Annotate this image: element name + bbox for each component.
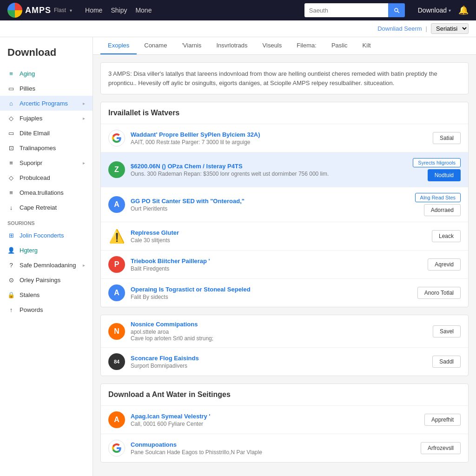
item6-name: Nosnice Commipations <box>131 321 427 328</box>
sidebar-item-probulcead[interactable]: ◇ Probulcead <box>0 170 93 185</box>
fujaples-arrow-icon: ▸ <box>83 116 85 121</box>
orley-icon: ⊙ <box>7 276 15 284</box>
sidebar-title: Download <box>0 43 93 66</box>
logo-dropdown-icon[interactable]: ▾ <box>70 8 72 13</box>
sidebar-item-omeatrullations[interactable]: ≡ Omea.trullations <box>0 185 93 200</box>
item5-btn[interactable]: Anoro Totlal <box>417 287 461 299</box>
item6-desc2: Cave lop arloten Srl0 anid strung; <box>131 335 427 342</box>
item6-btn[interactable]: Savel <box>433 325 461 337</box>
item8-actions: Apprefhit <box>424 414 461 426</box>
subheader: Downliad Seerm | Seriatisi <box>0 20 476 37</box>
sidebar-item-stalens[interactable]: 🔒 Stalens <box>0 287 93 302</box>
tab-viarnis[interactable]: 'Viarnis <box>174 37 209 54</box>
nav-link-home[interactable]: Home <box>85 7 102 14</box>
section3-title: Download a Ant Water in Seitinges <box>101 384 468 406</box>
sidebar-item-arcertic[interactable]: ⌂ Arcertic Programs ▸ <box>0 96 93 111</box>
logo-icon <box>7 3 22 18</box>
item9-icon <box>108 440 125 456</box>
logo-sub: Flast <box>54 7 66 13</box>
sidebar-label-hgterg: Hgterg <box>20 247 85 254</box>
tab-viseuls[interactable]: Viseuls <box>255 37 290 54</box>
suporipr-icon: ≡ <box>7 159 15 166</box>
sidebar-item-fujaples[interactable]: ◇ Fujaples ▸ <box>0 111 93 126</box>
subheader-select[interactable]: Seriatisi <box>431 23 469 34</box>
item9-name: Conmupoations <box>131 441 415 448</box>
list-item-8: A Apag.lcan Symeal Velestry ' Call, 0001… <box>101 406 468 434</box>
sidebar-item-tralinapomes[interactable]: ⊡ Tralinapomes <box>0 140 93 155</box>
search-button[interactable] <box>388 3 405 17</box>
sidebar-item-safe[interactable]: ? Safe Demnloadaning ▸ <box>0 258 93 272</box>
item0-icon <box>108 130 125 146</box>
subheader-link[interactable]: Downliad Seerm <box>377 25 422 32</box>
item9-btn[interactable]: Arfrozevsll <box>421 442 461 454</box>
download-button[interactable]: Download ▾ <box>414 5 455 16</box>
item0-name: Waddant' Propre Belller SyPlen Bylciem 3… <box>131 131 427 138</box>
list-item-5: A Operaing Is Tograstict or Stoneal Sepe… <box>101 279 468 307</box>
download-arrow-icon: ▾ <box>449 8 451 13</box>
section1-title: Irvailallet is Watvers <box>101 102 468 124</box>
sidebar-label-powords: Powords <box>20 306 85 313</box>
tab-paslic[interactable]: Paslic <box>324 37 355 54</box>
item9-desc: Pane Soulcan Hade Eagos to Phisstrillo,N… <box>131 449 415 456</box>
tab-filema[interactable]: Filema: <box>289 37 324 54</box>
item2-btn[interactable]: Adorraed <box>424 204 461 216</box>
description-text: 3 AMPS: Disa viller's latallys that lare… <box>108 69 461 87</box>
search-input[interactable] <box>304 3 388 17</box>
sidebar-item-suporipr[interactable]: ≡ Suporipr ▸ <box>0 155 93 170</box>
list-item-6: N Nosnice Commipations apol.sttele aroa … <box>101 315 468 348</box>
nav-link-mone[interactable]: Mone <box>135 7 152 14</box>
safe-arrow-icon: ▸ <box>83 263 85 268</box>
item2-desc: Ourt Pieritlents <box>131 205 410 212</box>
nav-link-shipy[interactable]: Shipy <box>111 7 127 14</box>
sidebar-label-safe: Safe Demnloadaning <box>20 262 78 269</box>
list-item-1: Z $6200.06N () OPza Chem / Isteray P4TS … <box>101 152 468 187</box>
sidebar-item-aging[interactable]: ≡ Aging <box>0 66 93 81</box>
sidebar-item-orley[interactable]: ⊙ Orley Pairsings <box>0 272 93 287</box>
item3-icon: ⚠️ <box>108 228 125 245</box>
item7-btn[interactable]: Saddl <box>432 356 461 368</box>
item1-btn[interactable]: Nodtuid <box>428 169 461 181</box>
sidebar-label-jolin: Jolin Foconderts <box>20 232 85 239</box>
item2-btn2[interactable]: Alng Read Stes <box>415 193 461 202</box>
section-settings: Download a Ant Water in Seitinges A Apag… <box>100 383 469 463</box>
item8-btn[interactable]: Apprefhit <box>424 414 461 426</box>
item3-name: Replresse Gluter <box>131 229 426 236</box>
arcertic-arrow-icon: ▸ <box>83 101 85 106</box>
tab-kilt[interactable]: Kilt <box>355 37 378 54</box>
item4-btn[interactable]: Aqrevid <box>428 258 461 271</box>
item0-btn[interactable]: Satial <box>433 132 461 144</box>
bell-icon[interactable]: 🔔 <box>458 5 469 15</box>
item8-name: Apag.lcan Symeal Velestry ' <box>131 413 419 420</box>
sidebar-label-tralinapomes: Tralinapomes <box>20 145 85 152</box>
sidebar-item-diite-email[interactable]: ▭ Diite Elmail <box>0 126 93 140</box>
sidebar-item-cape-retreat[interactable]: ↓ Cape Retreiat <box>0 200 93 215</box>
section-misc: N Nosnice Commipations apol.sttele aroa … <box>100 315 469 376</box>
tab-coname[interactable]: Coname <box>137 37 174 54</box>
item3-btn[interactable]: Leack <box>432 230 461 242</box>
sidebar-label-suporipr: Suporipr <box>20 159 78 166</box>
item7-desc: Surport Bomnipadivers <box>131 363 427 369</box>
suporipr-arrow-icon: ▸ <box>83 160 85 165</box>
item6-icon: N <box>108 323 125 340</box>
main-content: Exoples Coname 'Viarnis Insvrlotrads Vis… <box>93 37 476 476</box>
item5-icon: A <box>108 284 125 301</box>
nav-links: Home Shipy Mone <box>85 7 152 14</box>
item5-name: Operaing Is Tograstict or Stoneal Sepele… <box>131 286 412 293</box>
list-item-9: Conmupoations Pane Soulcan Hade Eagos to… <box>101 434 468 462</box>
topnav-actions: Download ▾ 🔔 <box>414 5 469 16</box>
diite-email-icon: ▭ <box>7 129 15 137</box>
item1-btn2[interactable]: Syrects hligrools <box>413 158 461 167</box>
sidebar-item-jolin[interactable]: ⊞ Jolin Foconderts <box>0 228 93 243</box>
sidebar-label-fujaples: Fujaples <box>20 115 78 122</box>
list-item-7: 84 Sconcare Flog Eaisinds Surport Bomnip… <box>101 348 468 376</box>
sidebar-label-pillies: Pillies <box>20 85 85 92</box>
sidebar-item-pillies[interactable]: ▭ Pillies <box>0 81 93 96</box>
item3-desc: Cale 30 slitjents <box>131 237 426 244</box>
item8-desc: Call, 0001 600 Fyliare Center <box>131 421 419 427</box>
tab-exoples[interactable]: Exoples <box>100 37 137 54</box>
tralinapomes-icon: ⊡ <box>7 144 15 152</box>
sidebar-item-powords[interactable]: ↑ Powords <box>0 302 93 317</box>
tabs-bar: Exoples Coname 'Viarnis Insvrlotrads Vis… <box>93 37 476 55</box>
sidebar-item-hgterg[interactable]: 👤 Hgterg <box>0 243 93 258</box>
tab-insvrlotrads[interactable]: Insvrlotrads <box>209 37 255 54</box>
